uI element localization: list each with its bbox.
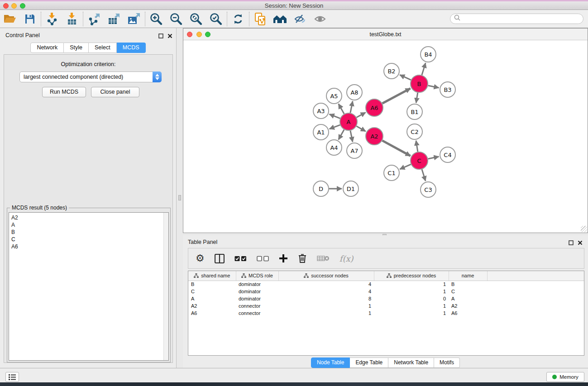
table-cell[interactable]: A2 [188, 302, 236, 310]
tab-network[interactable]: Network [30, 43, 64, 53]
run-mcds-button[interactable]: Run MCDS [42, 87, 86, 97]
home-icon[interactable] [270, 11, 290, 27]
graph-edge[interactable] [400, 75, 411, 80]
table-row[interactable]: Cdominator41C [188, 288, 584, 295]
graph-edge[interactable] [339, 104, 344, 114]
graph-edge[interactable] [382, 88, 411, 103]
function-builder-icon[interactable]: f(x) [339, 254, 354, 263]
graph-edge[interactable] [339, 129, 344, 139]
mcds-result-item[interactable]: A [9, 221, 168, 229]
mcds-list-scrollbar[interactable] [163, 213, 168, 360]
zoom-in-icon[interactable] [146, 11, 166, 27]
column-header-shared-name[interactable]: shared name [188, 271, 236, 281]
table-cell[interactable]: connector [236, 310, 278, 317]
tab-edge-table[interactable]: Edge Table [350, 357, 388, 368]
graph-edge[interactable] [382, 141, 411, 156]
select-all-checks-icon[interactable] [234, 256, 247, 262]
graph-edge[interactable] [350, 101, 353, 113]
graph-edge[interactable] [428, 157, 439, 159]
show-graphics-details-icon[interactable] [310, 11, 330, 27]
export-table-icon[interactable] [104, 11, 124, 27]
graph-edge[interactable] [416, 141, 418, 152]
column-header-mcds-role[interactable]: MCDS role [236, 271, 278, 281]
import-table-icon[interactable] [62, 11, 82, 27]
left-scroll-handle[interactable] [178, 195, 181, 200]
table-cell[interactable]: 8 [278, 295, 374, 302]
table-row[interactable]: Adominator80A [188, 295, 584, 302]
column-header-successor-nodes[interactable]: successor nodes [278, 271, 374, 281]
table-row[interactable]: Bdominator41B [188, 281, 584, 288]
table-settings-icon[interactable]: ⚙ [196, 254, 205, 263]
deselect-all-checks-icon[interactable] [257, 256, 269, 262]
table-cell[interactable]: A6 [449, 310, 487, 317]
graph-edge[interactable] [330, 125, 340, 129]
add-row-icon[interactable] [279, 254, 288, 263]
delete-table-icon[interactable] [317, 255, 330, 262]
table-cell[interactable]: C [188, 288, 236, 295]
columns-icon[interactable] [215, 254, 225, 263]
memory-button[interactable]: Memory [546, 372, 584, 382]
mcds-result-item[interactable]: C [9, 236, 168, 243]
refresh-icon[interactable] [228, 11, 248, 27]
zoom-out-icon[interactable] [166, 11, 186, 27]
graph-edge[interactable] [422, 169, 425, 181]
table-cell[interactable]: connector [236, 302, 278, 310]
network-canvas[interactable]: B4B2BB3A5A8A6A3B1AA1C2A2A4A7C4CC1C3DD1 [183, 40, 588, 233]
table-row[interactable]: A2connector11A2 [188, 302, 584, 310]
graph-edge[interactable] [428, 86, 439, 88]
network-graph[interactable]: B4B2BB3A5A8A6A3B1AA1C2A2A4A7C4CC1C3DD1 [183, 40, 588, 233]
table-cell[interactable]: A [188, 295, 236, 302]
table-cell[interactable]: B [449, 281, 487, 288]
tab-motifs[interactable]: Motifs [434, 357, 460, 368]
mcds-result-item[interactable]: B [9, 229, 168, 236]
export-image-icon[interactable] [124, 11, 144, 27]
table-cell[interactable]: dominator [236, 281, 278, 288]
float-panel-icon[interactable] [569, 239, 574, 247]
table-cell[interactable]: A6 [188, 310, 236, 317]
table-cell[interactable]: B [188, 281, 236, 288]
mcds-result-item[interactable]: A6 [9, 243, 168, 250]
graph-edge[interactable] [350, 131, 353, 142]
graph-edge[interactable] [330, 114, 340, 118]
table-cell[interactable]: dominator [236, 295, 278, 302]
table-cell[interactable]: A2 [449, 302, 487, 310]
table-cell[interactable]: 4 [278, 288, 374, 295]
hide-graphics-details-icon[interactable] [290, 11, 310, 27]
graph-edge[interactable] [416, 93, 418, 103]
table-cell[interactable]: A [449, 295, 487, 302]
table-cell[interactable]: C [449, 288, 487, 295]
table-cell[interactable]: 4 [278, 281, 374, 288]
close-panel-icon[interactable] [167, 32, 172, 40]
tab-style[interactable]: Style [64, 43, 89, 53]
graph-edge[interactable] [422, 63, 425, 75]
table-cell[interactable]: 1 [278, 310, 374, 317]
close-panel-icon[interactable] [578, 239, 583, 247]
column-header-predecessor-nodes[interactable]: predecessor nodes [374, 271, 449, 281]
delete-row-icon[interactable] [298, 253, 307, 263]
table-cell[interactable]: 1 [374, 281, 449, 288]
graph-edge[interactable] [400, 164, 411, 169]
tab-node-table[interactable]: Node Table [311, 357, 350, 368]
table-cell[interactable]: 1 [374, 288, 449, 295]
table-cell[interactable]: 1 [374, 302, 449, 310]
zoom-fit-icon[interactable] [186, 11, 206, 27]
close-panel-button[interactable]: Close panel [91, 87, 139, 97]
graph-edge[interactable] [357, 113, 366, 118]
table-cell[interactable]: 0 [374, 295, 449, 302]
open-session-icon[interactable] [250, 11, 270, 27]
float-panel-icon[interactable] [158, 32, 163, 40]
import-network-icon[interactable] [42, 11, 62, 27]
window-resize-grip[interactable] [581, 226, 587, 232]
column-header-name[interactable]: name [449, 271, 487, 281]
tab-select[interactable]: Select [89, 43, 117, 53]
table-row[interactable]: A6connector11A6 [188, 310, 584, 317]
criterion-dropdown[interactable]: largest connected component (directed) [19, 71, 162, 82]
table-cell[interactable]: 1 [278, 302, 374, 310]
tab-mcds[interactable]: MCDS [117, 43, 146, 53]
task-history-button[interactable] [5, 372, 19, 382]
mcds-result-item[interactable]: A2 [9, 214, 168, 221]
table-cell[interactable]: dominator [236, 288, 278, 295]
tab-network-table[interactable]: Network Table [388, 357, 434, 368]
graph-edge[interactable] [356, 126, 365, 131]
save-session-icon[interactable] [20, 11, 40, 27]
